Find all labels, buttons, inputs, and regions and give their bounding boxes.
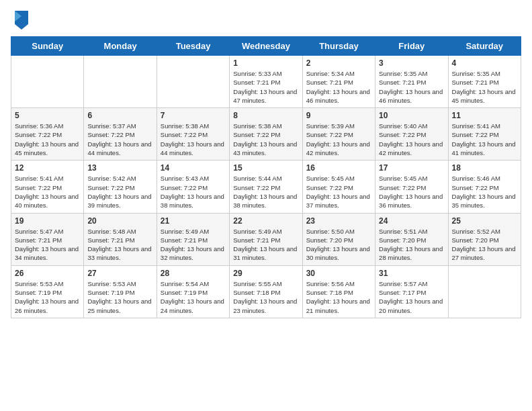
calendar-cell: 13Sunrise: 5:42 AM Sunset: 7:22 PM Dayli… (84, 161, 157, 213)
day-number: 4 (452, 58, 517, 68)
page-header (11, 11, 521, 30)
day-number: 24 (379, 216, 444, 226)
day-number: 20 (87, 216, 152, 226)
calendar-cell: 15Sunrise: 5:44 AM Sunset: 7:22 PM Dayli… (230, 161, 302, 213)
day-number: 14 (161, 163, 226, 173)
cell-content: Sunrise: 5:56 AM Sunset: 7:18 PM Dayligh… (306, 279, 371, 315)
cell-content: Sunrise: 5:36 AM Sunset: 7:22 PM Dayligh… (15, 122, 80, 157)
cell-content: Sunrise: 5:49 AM Sunset: 7:21 PM Dayligh… (161, 227, 226, 263)
cell-content: Sunrise: 5:44 AM Sunset: 7:22 PM Dayligh… (233, 174, 298, 210)
calendar-cell: 29Sunrise: 5:55 AM Sunset: 7:18 PM Dayli… (230, 265, 302, 318)
logo-icon (13, 11, 28, 30)
cell-content: Sunrise: 5:42 AM Sunset: 7:22 PM Dayligh… (87, 174, 152, 210)
cell-content: Sunrise: 5:35 AM Sunset: 7:21 PM Dayligh… (379, 69, 444, 105)
cell-content: Sunrise: 5:37 AM Sunset: 7:22 PM Dayligh… (87, 122, 152, 157)
calendar-week-row: 5Sunrise: 5:36 AM Sunset: 7:22 PM Daylig… (11, 108, 521, 161)
calendar-cell: 11Sunrise: 5:41 AM Sunset: 7:22 PM Dayli… (448, 108, 521, 161)
cell-content: Sunrise: 5:33 AM Sunset: 7:21 PM Dayligh… (233, 69, 298, 105)
calendar-cell: 22Sunrise: 5:49 AM Sunset: 7:21 PM Dayli… (230, 213, 302, 265)
cell-content: Sunrise: 5:41 AM Sunset: 7:22 PM Dayligh… (452, 122, 517, 157)
day-number: 17 (379, 163, 444, 173)
cell-content: Sunrise: 5:51 AM Sunset: 7:20 PM Dayligh… (379, 227, 444, 263)
logo (11, 11, 28, 30)
day-number: 9 (306, 111, 371, 120)
day-number: 16 (306, 163, 371, 173)
calendar-cell: 14Sunrise: 5:43 AM Sunset: 7:22 PM Dayli… (157, 161, 229, 213)
day-number: 8 (233, 111, 298, 120)
day-number: 27 (87, 269, 152, 278)
day-of-week-header: Tuesday (157, 37, 229, 56)
day-of-week-header: Wednesday (230, 37, 302, 56)
day-number: 3 (379, 58, 444, 68)
calendar-header-row: SundayMondayTuesdayWednesdayThursdayFrid… (11, 37, 521, 56)
calendar-cell: 18Sunrise: 5:46 AM Sunset: 7:22 PM Dayli… (448, 161, 521, 213)
cell-content: Sunrise: 5:40 AM Sunset: 7:22 PM Dayligh… (379, 122, 444, 157)
cell-content: Sunrise: 5:54 AM Sunset: 7:19 PM Dayligh… (161, 279, 226, 315)
calendar-cell: 21Sunrise: 5:49 AM Sunset: 7:21 PM Dayli… (157, 213, 229, 265)
calendar-cell: 10Sunrise: 5:40 AM Sunset: 7:22 PM Dayli… (375, 108, 448, 161)
cell-content: Sunrise: 5:38 AM Sunset: 7:22 PM Dayligh… (233, 122, 298, 157)
calendar-cell (11, 56, 84, 108)
calendar-cell: 31Sunrise: 5:57 AM Sunset: 7:17 PM Dayli… (375, 265, 448, 318)
calendar-cell: 4Sunrise: 5:35 AM Sunset: 7:21 PM Daylig… (448, 56, 521, 108)
cell-content: Sunrise: 5:47 AM Sunset: 7:21 PM Dayligh… (15, 227, 80, 263)
day-number: 22 (233, 216, 298, 226)
calendar-cell: 7Sunrise: 5:38 AM Sunset: 7:22 PM Daylig… (157, 108, 229, 161)
calendar-cell: 1Sunrise: 5:33 AM Sunset: 7:21 PM Daylig… (230, 56, 302, 108)
calendar-cell (84, 56, 157, 108)
day-number: 26 (15, 269, 80, 278)
day-number: 21 (161, 216, 226, 226)
day-of-week-header: Friday (375, 37, 448, 56)
cell-content: Sunrise: 5:34 AM Sunset: 7:21 PM Dayligh… (306, 69, 371, 105)
day-number: 7 (161, 111, 226, 120)
day-number: 30 (306, 269, 371, 278)
calendar-cell: 27Sunrise: 5:53 AM Sunset: 7:19 PM Dayli… (84, 265, 157, 318)
calendar-cell: 16Sunrise: 5:45 AM Sunset: 7:22 PM Dayli… (302, 161, 375, 213)
calendar-cell: 25Sunrise: 5:52 AM Sunset: 7:20 PM Dayli… (448, 213, 521, 265)
day-number: 11 (452, 111, 517, 120)
cell-content: Sunrise: 5:39 AM Sunset: 7:22 PM Dayligh… (306, 122, 371, 157)
calendar-cell: 26Sunrise: 5:53 AM Sunset: 7:19 PM Dayli… (11, 265, 84, 318)
cell-content: Sunrise: 5:46 AM Sunset: 7:22 PM Dayligh… (452, 174, 517, 210)
day-number: 13 (87, 163, 152, 173)
day-of-week-header: Thursday (302, 37, 375, 56)
cell-content: Sunrise: 5:45 AM Sunset: 7:22 PM Dayligh… (306, 174, 371, 210)
cell-content: Sunrise: 5:53 AM Sunset: 7:19 PM Dayligh… (87, 279, 152, 315)
day-of-week-header: Saturday (448, 37, 521, 56)
calendar-cell: 6Sunrise: 5:37 AM Sunset: 7:22 PM Daylig… (84, 108, 157, 161)
calendar-cell: 3Sunrise: 5:35 AM Sunset: 7:21 PM Daylig… (375, 56, 448, 108)
calendar-week-row: 19Sunrise: 5:47 AM Sunset: 7:21 PM Dayli… (11, 213, 521, 265)
calendar-cell: 24Sunrise: 5:51 AM Sunset: 7:20 PM Dayli… (375, 213, 448, 265)
cell-content: Sunrise: 5:48 AM Sunset: 7:21 PM Dayligh… (87, 227, 152, 263)
day-number: 5 (15, 111, 80, 120)
calendar-cell: 2Sunrise: 5:34 AM Sunset: 7:21 PM Daylig… (302, 56, 375, 108)
day-number: 15 (233, 163, 298, 173)
day-number: 2 (306, 58, 371, 68)
calendar-cell (448, 265, 521, 318)
cell-content: Sunrise: 5:38 AM Sunset: 7:22 PM Dayligh… (161, 122, 226, 157)
calendar-cell (157, 56, 229, 108)
cell-content: Sunrise: 5:45 AM Sunset: 7:22 PM Dayligh… (379, 174, 444, 210)
day-number: 29 (233, 269, 298, 278)
day-number: 23 (306, 216, 371, 226)
cell-content: Sunrise: 5:49 AM Sunset: 7:21 PM Dayligh… (233, 227, 298, 263)
day-of-week-header: Sunday (11, 37, 84, 56)
calendar-cell: 28Sunrise: 5:54 AM Sunset: 7:19 PM Dayli… (157, 265, 229, 318)
calendar-week-row: 1Sunrise: 5:33 AM Sunset: 7:21 PM Daylig… (11, 56, 521, 108)
day-number: 6 (87, 111, 152, 120)
cell-content: Sunrise: 5:43 AM Sunset: 7:22 PM Dayligh… (161, 174, 226, 210)
calendar-cell: 12Sunrise: 5:41 AM Sunset: 7:22 PM Dayli… (11, 161, 84, 213)
calendar-cell: 8Sunrise: 5:38 AM Sunset: 7:22 PM Daylig… (230, 108, 302, 161)
calendar-cell: 17Sunrise: 5:45 AM Sunset: 7:22 PM Dayli… (375, 161, 448, 213)
calendar-cell: 19Sunrise: 5:47 AM Sunset: 7:21 PM Dayli… (11, 213, 84, 265)
cell-content: Sunrise: 5:53 AM Sunset: 7:19 PM Dayligh… (15, 279, 80, 315)
calendar-week-row: 26Sunrise: 5:53 AM Sunset: 7:19 PM Dayli… (11, 265, 521, 318)
cell-content: Sunrise: 5:52 AM Sunset: 7:20 PM Dayligh… (452, 227, 517, 263)
calendar-cell: 30Sunrise: 5:56 AM Sunset: 7:18 PM Dayli… (302, 265, 375, 318)
day-of-week-header: Monday (84, 37, 157, 56)
day-number: 18 (452, 163, 517, 173)
day-number: 19 (15, 216, 80, 226)
cell-content: Sunrise: 5:57 AM Sunset: 7:17 PM Dayligh… (379, 279, 444, 315)
cell-content: Sunrise: 5:41 AM Sunset: 7:22 PM Dayligh… (15, 174, 80, 210)
cell-content: Sunrise: 5:50 AM Sunset: 7:20 PM Dayligh… (306, 227, 371, 263)
